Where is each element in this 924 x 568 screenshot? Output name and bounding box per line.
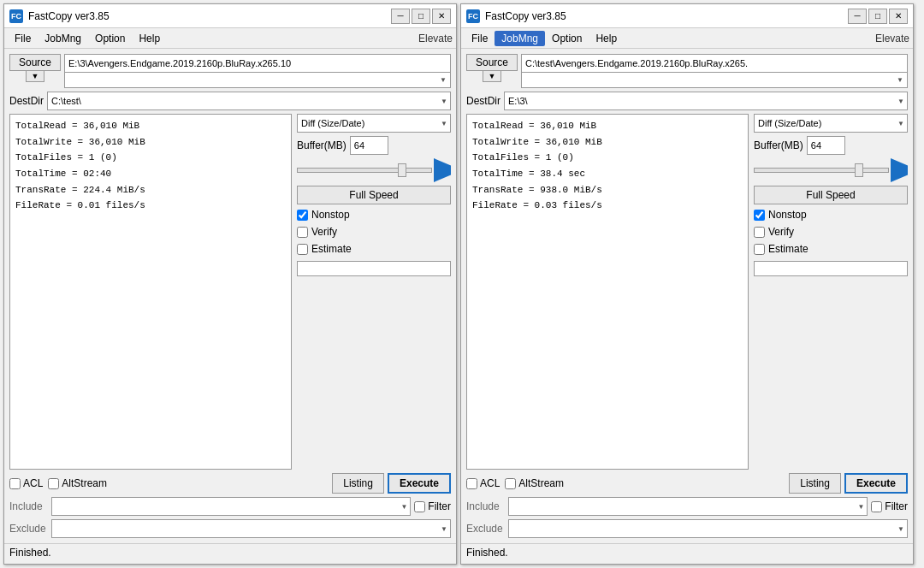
diff-select-2[interactable]: Diff (Size/Date) (754, 114, 908, 133)
menu-file-1[interactable]: File (8, 31, 38, 46)
menu-jobmng-1[interactable]: JobMng (38, 31, 88, 46)
slider-row-2 (754, 158, 908, 182)
right-panel-2: Diff (Size/Date) Buffer(MB) Full Speed N… (754, 114, 908, 470)
stat-line-0-1: TotalRead = 36,010 MiB (15, 118, 286, 134)
verify-checkbox-2[interactable] (754, 227, 765, 238)
execute-button-1[interactable]: Execute (388, 473, 451, 494)
include-select-1[interactable] (51, 497, 411, 516)
source-input-1[interactable] (64, 54, 451, 73)
fullspeed-button-1[interactable]: Full Speed (297, 186, 451, 204)
diff-select-1[interactable]: Diff (Size/Date) (297, 114, 451, 133)
menu-help-1[interactable]: Help (132, 31, 167, 46)
progress-bar-2 (754, 261, 908, 276)
exclude-select-2[interactable] (508, 519, 908, 538)
altstream-label-2[interactable]: AltStream (518, 477, 564, 489)
window-title-2: FastCopy ver3.85 (485, 10, 848, 22)
maximize-button-2[interactable]: □ (868, 9, 887, 24)
elevate-text-1: Elevate (418, 33, 453, 44)
estimate-checkbox-1[interactable] (297, 244, 308, 255)
close-button-1[interactable]: ✕ (432, 9, 451, 24)
destdir-select-1[interactable]: C:\test\ (47, 92, 451, 110)
status-text-1: Finished. (9, 547, 51, 559)
window-1: FC FastCopy ver3.85 ─ □ ✕ File JobMng Op… (3, 3, 457, 565)
source-arrow-button-2[interactable]: ▼ (483, 71, 502, 82)
nonstop-checkbox-2[interactable] (754, 210, 765, 221)
menu-option-1[interactable]: Option (88, 31, 132, 46)
altstream-checkbox-1[interactable] (48, 478, 59, 489)
maximize-button-1[interactable]: □ (412, 9, 430, 24)
nonstop-label-1[interactable]: Nonstop (311, 209, 350, 221)
estimate-checkbox-2[interactable] (754, 244, 765, 255)
title-bar-1: FC FastCopy ver3.85 ─ □ ✕ (4, 4, 456, 28)
menu-file-2[interactable]: File (465, 31, 495, 46)
include-row-1: Include Filter (9, 497, 451, 516)
filter-label-2[interactable]: Filter (885, 500, 908, 512)
execute-button-2[interactable]: Execute (844, 473, 908, 494)
main-area-2: TotalRead = 36,010 MiB TotalWrite = 36,0… (466, 114, 908, 470)
bottom-row-1: ACL AltStream Listing Execute (9, 473, 451, 494)
bottom-buttons-1: Listing Execute (332, 473, 451, 494)
destdir-select-wrapper-1: C:\test\ (47, 92, 451, 110)
destdir-select-2[interactable]: E:\3\ (504, 92, 908, 110)
stat-line-4-2: TransRate = 938.0 MiB/s (472, 182, 743, 198)
altstream-checkbox-2[interactable] (505, 478, 516, 489)
buffer-label-1: Buffer(MB) (297, 139, 346, 151)
menu-jobmng-2[interactable]: JobMng (495, 31, 545, 46)
buffer-input-1[interactable] (350, 136, 388, 155)
include-select-wrapper-2 (508, 497, 868, 516)
estimate-label-1[interactable]: Estimate (311, 243, 352, 255)
acl-checkbox-1[interactable] (9, 478, 21, 489)
source-button-1[interactable]: Source (9, 54, 61, 71)
filter-label-1[interactable]: Filter (428, 500, 451, 512)
close-button-2[interactable]: ✕ (889, 9, 908, 24)
source-input-2[interactable] (521, 54, 908, 73)
acl-label-2[interactable]: ACL (480, 477, 500, 489)
stat-line-3-2: TotalTime = 38.4 sec (472, 166, 743, 182)
stat-line-3-1: TotalTime = 02:40 (15, 166, 286, 182)
verify-checkbox-1[interactable] (297, 227, 308, 238)
verify-label-2[interactable]: Verify (768, 226, 794, 238)
menu-option-2[interactable]: Option (545, 31, 589, 46)
include-label-1: Include (9, 500, 48, 512)
listing-button-1[interactable]: Listing (332, 473, 384, 494)
estimate-label-2[interactable]: Estimate (768, 243, 808, 255)
acl-checkbox-2[interactable] (466, 478, 477, 489)
right-panel-1: Diff (Size/Date) Buffer(MB) Full Speed N… (297, 114, 451, 470)
include-select-2[interactable] (508, 497, 868, 516)
verify-label-1[interactable]: Verify (311, 226, 337, 238)
stats-panel-1: TotalRead = 36,010 MiB TotalWrite = 36,0… (9, 114, 292, 470)
speed-slider-2[interactable] (754, 168, 889, 173)
source-row-1: Source ▼ ▼ (9, 54, 451, 88)
buffer-input-2[interactable] (807, 136, 845, 155)
status-bar-1: Finished. (4, 543, 456, 564)
speed-slider-1[interactable] (297, 168, 432, 173)
listing-button-2[interactable]: Listing (789, 473, 841, 494)
progress-bar-1 (297, 261, 451, 276)
buffer-row-1: Buffer(MB) (297, 136, 451, 155)
app-icon-2: FC (466, 9, 480, 23)
minimize-button-2[interactable]: ─ (848, 9, 867, 24)
source-dropdown-1[interactable]: ▼ (64, 73, 451, 88)
source-dropdown-2[interactable]: ▼ (521, 73, 908, 88)
minimize-button-1[interactable]: ─ (391, 9, 410, 24)
source-button-2[interactable]: Source (466, 54, 518, 71)
estimate-row-2: Estimate (754, 242, 908, 256)
source-arrow-button-1[interactable]: ▼ (26, 71, 45, 82)
filter-checkbox-1[interactable] (414, 501, 425, 512)
stat-line-2-1: TotalFiles = 1 (0) (15, 150, 286, 166)
altstream-label-1[interactable]: AltStream (62, 477, 107, 489)
title-bar-2: FC FastCopy ver3.85 ─ □ ✕ (461, 4, 913, 28)
bottom-buttons-2: Listing Execute (789, 473, 908, 494)
fullspeed-button-2[interactable]: Full Speed (754, 186, 908, 204)
menu-help-2[interactable]: Help (589, 31, 624, 46)
estimate-row-1: Estimate (297, 242, 451, 256)
main-area-1: TotalRead = 36,010 MiB TotalWrite = 36,0… (9, 114, 451, 470)
exclude-select-1[interactable] (51, 519, 451, 538)
nonstop-label-2[interactable]: Nonstop (768, 209, 807, 221)
acl-label-1[interactable]: ACL (23, 477, 43, 489)
status-text-2: Finished. (466, 547, 508, 559)
filter-checkbox-2[interactable] (871, 501, 882, 512)
window-title-1: FastCopy ver3.85 (28, 10, 391, 22)
nonstop-checkbox-1[interactable] (297, 210, 308, 221)
include-label-2: Include (466, 500, 505, 512)
